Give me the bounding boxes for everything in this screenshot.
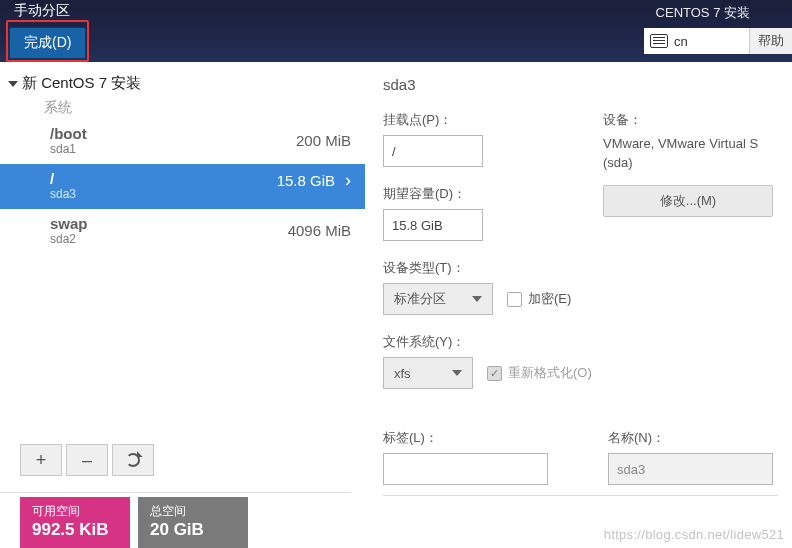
left-pane: 新 CentOS 7 安装 系统 /boot sda1 200 MiB / sd…	[0, 62, 365, 548]
chevron-right-icon: ›	[345, 170, 351, 191]
capacity-label: 期望容量(D)：	[383, 185, 483, 203]
page-title: 手动分区	[10, 0, 89, 20]
encrypt-checkbox[interactable]	[507, 292, 522, 307]
tree-root[interactable]: 新 CentOS 7 安装	[0, 74, 365, 93]
mount-point-label: 挂载点(P)：	[383, 111, 483, 129]
tag-input[interactable]	[383, 453, 548, 485]
main-area: 新 CentOS 7 安装 系统 /boot sda1 200 MiB / sd…	[0, 62, 792, 548]
mount-label: /boot	[50, 125, 87, 142]
reformat-label: 重新格式化(O)	[508, 364, 592, 382]
top-left: 手动分区 完成(D)	[10, 0, 89, 62]
install-title: CENTOS 7 安装	[656, 4, 792, 22]
button-row: + –	[0, 438, 365, 482]
mount-label: swap	[50, 215, 88, 232]
device-col: 设备： VMware, VMware Virtual S (sda) 修改...…	[603, 111, 773, 241]
lang-code: cn	[674, 34, 688, 49]
watermark: https://blog.csdn.net/lidew521	[604, 527, 784, 542]
tag-label: 标签(L)：	[383, 429, 548, 447]
device-label: sda1	[50, 142, 87, 156]
total-space-box: 总空间 20 GiB	[138, 497, 248, 548]
filesystem-label: 文件系统(Y)：	[383, 333, 792, 351]
free-space-value: 992.5 KiB	[32, 520, 118, 540]
divider	[383, 495, 778, 496]
space-summary: 可用空间 992.5 KiB 总空间 20 GiB	[0, 493, 365, 548]
device-label: sda3	[50, 187, 76, 201]
device-type-label: 设备类型(T)：	[383, 259, 792, 277]
tag-col: 标签(L)：	[383, 429, 548, 485]
filesystem-select[interactable]: xfs	[383, 357, 473, 389]
spacer	[0, 254, 365, 438]
lang-row: cn 帮助	[644, 28, 792, 54]
reload-button[interactable]	[112, 444, 154, 476]
keyboard-layout-button[interactable]: cn	[644, 28, 749, 54]
highlight-frame: 完成(D)	[6, 20, 89, 62]
partition-row-boot[interactable]: /boot sda1 200 MiB	[0, 119, 365, 164]
top-bar: 手动分区 完成(D) CENTOS 7 安装 cn 帮助	[0, 0, 792, 62]
help-button[interactable]: 帮助	[749, 28, 792, 54]
partition-row-swap[interactable]: swap sda2 4096 MiB	[0, 209, 365, 254]
device-heading: 设备：	[603, 111, 773, 129]
name-label: 名称(N)：	[608, 429, 773, 447]
partition-row-root[interactable]: / sda3 15.8 GiB ›	[0, 164, 365, 209]
done-button[interactable]: 完成(D)	[9, 27, 86, 59]
mount-label: /	[50, 170, 76, 187]
size-label: 15.8 GiB	[277, 172, 335, 189]
size-label: 200 MiB	[296, 132, 351, 149]
total-space-label: 总空间	[150, 503, 236, 520]
size-label: 4096 MiB	[288, 222, 351, 239]
system-label: 系统	[0, 93, 365, 119]
reformat-checkbox[interactable]	[487, 366, 502, 381]
device-label: sda2	[50, 232, 88, 246]
device-type-value: 标准分区	[394, 290, 446, 308]
name-col: 名称(N)：	[608, 429, 773, 485]
chevron-down-icon	[472, 296, 482, 302]
remove-button[interactable]: –	[66, 444, 108, 476]
encrypt-label: 加密(E)	[528, 290, 571, 308]
capacity-input[interactable]	[383, 209, 483, 241]
right-pane: sda3 挂载点(P)： 期望容量(D)： 设备： VMware, VMware…	[365, 62, 792, 548]
add-button[interactable]: +	[20, 444, 62, 476]
detail-title: sda3	[383, 76, 792, 93]
free-space-label: 可用空间	[32, 503, 118, 520]
device-type-select[interactable]: 标准分区	[383, 283, 493, 315]
reload-icon	[126, 453, 140, 467]
partition-tree: 新 CentOS 7 安装 系统 /boot sda1 200 MiB / sd…	[0, 62, 365, 254]
top-right: CENTOS 7 安装 cn 帮助	[644, 0, 792, 62]
keyboard-icon	[650, 34, 668, 48]
total-space-value: 20 GiB	[150, 520, 236, 540]
mount-col: 挂载点(P)： 期望容量(D)：	[383, 111, 483, 241]
disclosure-triangle-icon	[8, 81, 18, 87]
filesystem-value: xfs	[394, 366, 411, 381]
modify-button[interactable]: 修改...(M)	[603, 185, 773, 217]
device-name: VMware, VMware Virtual S (sda)	[603, 135, 773, 173]
name-input	[608, 453, 773, 485]
free-space-box: 可用空间 992.5 KiB	[20, 497, 130, 548]
mount-point-input[interactable]	[383, 135, 483, 167]
tree-root-label: 新 CentOS 7 安装	[22, 74, 141, 93]
chevron-down-icon	[452, 370, 462, 376]
